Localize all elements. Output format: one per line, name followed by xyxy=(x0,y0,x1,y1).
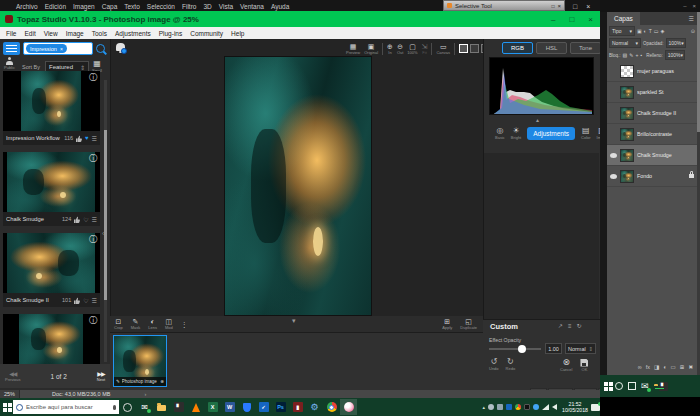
menu-texto[interactable]: Texto xyxy=(124,3,140,10)
opacity-value[interactable]: 100% ▾ xyxy=(666,38,686,48)
taskbar-app-red[interactable]: ▮ xyxy=(289,399,306,415)
info-icon[interactable]: ⓘ xyxy=(89,74,97,82)
mon2-close-icon[interactable]: × xyxy=(692,3,696,9)
taskbar-app-photoshop[interactable]: Ps xyxy=(272,399,289,415)
lock-pixels-icon[interactable]: ✎ xyxy=(629,52,633,58)
filter-smart-icon[interactable]: ◈ xyxy=(661,28,665,34)
filter-shape-icon[interactable]: ▭ xyxy=(654,28,659,34)
network-icon[interactable] xyxy=(542,404,549,410)
more-options-icon[interactable]: ⋮ xyxy=(181,321,188,328)
search-input[interactable]: Impression × xyxy=(23,42,93,55)
remove-image-icon[interactable]: ⊗ xyxy=(160,379,164,384)
menu-3d[interactable]: 3D xyxy=(203,3,211,10)
selective-restore-icon[interactable]: □ xyxy=(551,3,554,9)
layer-row-brillo-contraste[interactable]: Brillo/contraste xyxy=(607,124,697,145)
layer-thumbnail[interactable] xyxy=(620,128,634,141)
preset-card-chalk-smudge[interactable]: ⓘ Chalk Smudge 124 ♡ ☰ xyxy=(3,152,100,226)
thumbs-up-icon[interactable] xyxy=(74,297,80,304)
menu-edicion[interactable]: Edición xyxy=(45,3,66,10)
search-icon[interactable] xyxy=(96,44,105,53)
eye-icon[interactable] xyxy=(610,174,617,179)
menu-capa[interactable]: Capa xyxy=(102,3,118,10)
preview-button[interactable]: ▦ Preview xyxy=(346,43,360,55)
lock-position-icon[interactable]: + xyxy=(635,52,638,58)
lens-button[interactable]: ◐ Lens xyxy=(148,318,157,330)
canvas-collapse-icon[interactable]: ▾ xyxy=(292,317,296,325)
preset-menu-icon[interactable]: ☰ xyxy=(92,216,97,223)
tray-dark-icon[interactable] xyxy=(524,404,530,410)
share-icon[interactable]: ↗ xyxy=(558,322,563,329)
taskbar-app-circle[interactable] xyxy=(119,399,136,415)
topaz-menu-tools[interactable]: Tools xyxy=(92,30,107,37)
search-tag-pill[interactable]: Impression × xyxy=(26,44,67,53)
taskbar-clock[interactable]: 21:52 10/05/2018 xyxy=(562,401,588,414)
menu-vista[interactable]: Vista xyxy=(219,3,233,10)
tray-user-icon[interactable] xyxy=(488,404,494,410)
mon2-minimize-icon[interactable]: – xyxy=(683,3,686,9)
effect-opacity-knob[interactable] xyxy=(518,345,526,353)
info-icon[interactable]: ⓘ xyxy=(89,317,97,325)
volume-icon[interactable] xyxy=(552,404,557,410)
blend-mode-select[interactable]: Normal ⇕ xyxy=(565,343,596,354)
undo-button[interactable]: ↺ Undo xyxy=(489,358,499,371)
topaz-menu-help[interactable]: Help xyxy=(231,30,244,37)
menu-ayuda[interactable]: Ayuda xyxy=(271,3,289,10)
apply-button[interactable]: ⊞ Apply xyxy=(442,318,452,330)
layer-thumbnail[interactable] xyxy=(620,149,634,162)
thumbs-up-icon[interactable] xyxy=(76,135,82,142)
preset-card-chalk-smudge-ii[interactable]: ⓘ Chalk Smudge II 101 ♡ ☰ xyxy=(3,233,100,307)
public-toggle[interactable]: Public xyxy=(4,61,15,70)
topaz-close-icon[interactable]: × xyxy=(588,15,593,24)
start-button[interactable] xyxy=(3,403,7,407)
tray-blue-icon[interactable] xyxy=(533,404,539,410)
sidebar-scrollbar-thumb[interactable] xyxy=(104,130,107,300)
menu-imagen[interactable]: Imagen xyxy=(73,3,95,10)
mod-button[interactable]: ◫ Mod xyxy=(165,318,173,330)
ps-restore-icon[interactable]: □ xyxy=(573,3,577,10)
group-layers-icon[interactable]: ▭ xyxy=(671,364,676,370)
taskbar-app-word[interactable]: W xyxy=(221,399,238,415)
taskbar-app-excel[interactable]: X xyxy=(204,399,221,415)
original-button[interactable]: ▣ Original xyxy=(364,43,378,55)
tray-teamviewer-icon[interactable] xyxy=(506,404,512,410)
preset-thumbnail[interactable]: ⓘ xyxy=(3,314,100,364)
preset-thumbnail[interactable]: ⓘ xyxy=(3,71,100,131)
tab-rgb[interactable]: RGB xyxy=(502,42,533,54)
filter-image-icon[interactable]: ▣ xyxy=(637,28,642,34)
taskbar-app-dark[interactable]: ▘ xyxy=(170,399,187,415)
layer-thumbnail[interactable] xyxy=(620,107,634,120)
mask-button[interactable]: ✎ Mask xyxy=(131,318,141,330)
filter-type-icon[interactable]: T xyxy=(649,28,652,34)
preset-thumbnail[interactable]: ⓘ xyxy=(3,233,100,293)
taskbar-app-check[interactable]: ✓ xyxy=(255,399,272,415)
layer-row-mujer-paraguas[interactable]: mujer paraguas xyxy=(607,61,697,82)
sidebar-menu-button[interactable] xyxy=(3,42,20,55)
panel-menu-icon[interactable]: ☰ xyxy=(689,15,694,22)
taskbar-app-defender[interactable] xyxy=(238,399,255,415)
topaz-menu-edit[interactable]: Edit xyxy=(24,30,35,37)
layer-row-chalk-smudge-ii[interactable]: Chalk Smudge II xyxy=(607,103,697,124)
sidebar-collapse-icon[interactable]: ‹ xyxy=(102,230,104,237)
taskbar-app-mail[interactable]: ✉ xyxy=(136,399,153,415)
taskbar-app-topaz-active[interactable] xyxy=(340,399,357,415)
previous-page-button[interactable]: ◀◀ Previous xyxy=(5,371,21,382)
tray-battery-icon[interactable] xyxy=(497,404,503,410)
layer-mask-icon[interactable]: ◨ xyxy=(654,364,659,370)
view-single-toggle[interactable] xyxy=(459,44,468,53)
preset-menu-icon[interactable]: ☰ xyxy=(92,297,97,304)
basic-button[interactable]: ◎ Basic xyxy=(495,127,505,140)
mon2-start-button[interactable] xyxy=(604,382,608,386)
tray-chevron-icon[interactable]: ▴ xyxy=(483,404,486,410)
layer-row-chalk-smudge-selected[interactable]: Chalk Smudge xyxy=(607,145,697,166)
fill-value[interactable]: 100% ▾ xyxy=(665,50,685,60)
filter-pin-icon[interactable]: ⊙ xyxy=(691,28,695,34)
crop-button[interactable]: ⊡ Crop xyxy=(114,318,123,330)
tab-hsl[interactable]: HSL xyxy=(536,42,567,54)
selective-close-icon[interactable]: × xyxy=(557,3,561,9)
preset-menu-icon[interactable]: ☰ xyxy=(92,135,97,142)
cancel-button[interactable]: ⊗ Cancel xyxy=(560,358,572,372)
duplicate-button[interactable]: ◱ Duplicate xyxy=(460,318,477,330)
zoom-100-button[interactable]: ▢ 100% xyxy=(407,43,417,55)
info-icon[interactable]: ⓘ xyxy=(89,236,97,244)
lock-all-icon[interactable]: ▪ xyxy=(640,52,642,58)
